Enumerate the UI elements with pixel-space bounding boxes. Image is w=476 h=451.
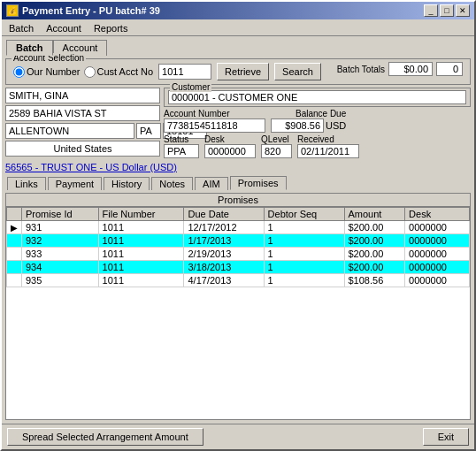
cell-amount: $200.00 bbox=[344, 234, 405, 248]
account-number-field[interactable] bbox=[164, 118, 265, 133]
table-row[interactable]: ▶ 931 1011 12/17/2012 1 $200.00 0000000 bbox=[7, 221, 470, 234]
row-indicator bbox=[7, 274, 22, 287]
sub-tab-promises[interactable]: Promises bbox=[230, 176, 287, 190]
desk-field[interactable] bbox=[204, 144, 256, 158]
status-block: Status bbox=[164, 134, 199, 158]
window-icon: 💰 bbox=[6, 4, 19, 17]
col-due-date: Due Date bbox=[184, 208, 264, 221]
radio-group: Our Number Cust Acct No bbox=[13, 66, 153, 78]
customer-group-label: Customer bbox=[170, 82, 211, 92]
customer-name-input[interactable] bbox=[5, 88, 160, 103]
batch-count: 0 bbox=[436, 62, 463, 76]
qlevel-label: QLevel bbox=[261, 134, 292, 144]
spread-button[interactable]: Spread Selected Arrangement Amount bbox=[7, 428, 203, 446]
cell-file-number: 1011 bbox=[98, 234, 184, 248]
col-debtor-seq: Debtor Seq bbox=[264, 208, 344, 221]
search-button[interactable]: Search bbox=[274, 63, 321, 80]
state-input[interactable] bbox=[136, 123, 161, 139]
city-input[interactable] bbox=[5, 123, 134, 139]
cell-desk: 0000000 bbox=[405, 261, 470, 274]
table-row[interactable]: 935 1011 4/17/2013 1 $108.56 0000000 bbox=[7, 274, 470, 287]
title-bar-left: 💰 Payment Entry - PU batch# 39 bbox=[6, 4, 160, 17]
minimize-button[interactable]: _ bbox=[424, 4, 438, 17]
cust-acct-radio[interactable] bbox=[84, 66, 96, 78]
our-number-radio-label[interactable]: Our Number bbox=[13, 66, 81, 78]
main-tab-bar: Batch Account bbox=[2, 36, 474, 55]
cell-debtor-seq: 1 bbox=[264, 248, 344, 261]
tab-batch[interactable]: Batch bbox=[6, 40, 53, 56]
table-header-row: Promise Id File Number Due Date Debtor S… bbox=[7, 208, 470, 221]
table-row[interactable]: 933 1011 2/19/2013 1 $200.00 0000000 bbox=[7, 248, 470, 261]
col-desk: Desk bbox=[405, 208, 470, 221]
account-number-block: Account Number bbox=[164, 109, 265, 133]
table-row[interactable]: 932 1011 1/17/2013 1 $200.00 0000000 bbox=[7, 234, 470, 248]
cell-promise-id: 935 bbox=[22, 274, 99, 287]
cust-acct-radio-label[interactable]: Cust Acct No bbox=[84, 66, 154, 78]
qlevel-block: QLevel bbox=[261, 134, 292, 158]
address1-input[interactable] bbox=[5, 105, 160, 121]
menu-account[interactable]: Account bbox=[41, 21, 87, 35]
cell-desk: 0000000 bbox=[405, 234, 470, 248]
cell-due-date: 2/19/2013 bbox=[184, 248, 264, 261]
desk-label: Desk bbox=[204, 134, 256, 144]
cell-file-number: 1011 bbox=[98, 261, 184, 274]
sub-tab-notes[interactable]: Notes bbox=[151, 177, 193, 190]
table-row[interactable]: 934 1011 3/18/2013 1 $200.00 0000000 bbox=[7, 261, 470, 274]
account-number-input[interactable] bbox=[158, 64, 211, 80]
batch-totals-area: Batch Totals $0.00 0 bbox=[337, 62, 463, 76]
exit-button[interactable]: Exit bbox=[423, 428, 469, 446]
our-number-radio[interactable] bbox=[13, 66, 25, 78]
cell-amount: $200.00 bbox=[344, 261, 405, 274]
sub-tab-links[interactable]: Links bbox=[7, 177, 46, 190]
menu-batch[interactable]: Batch bbox=[4, 21, 39, 35]
menu-reports[interactable]: Reports bbox=[88, 21, 134, 35]
account-selection-group: Account Selection Our Number Cust Acct N… bbox=[5, 58, 471, 85]
city-state-zip-row bbox=[5, 123, 160, 139]
customer-info: Customer Account Number Balance Due USD bbox=[164, 88, 471, 158]
balance-due-block: Balance Due USD bbox=[271, 109, 346, 133]
bottom-bar: Spread Selected Arrangement Amount Exit bbox=[2, 424, 474, 449]
cell-promise-id: 933 bbox=[22, 248, 99, 261]
content-area: Account Selection Our Number Cust Acct N… bbox=[2, 55, 474, 424]
cell-promise-id: 931 bbox=[22, 221, 99, 234]
sub-tab-payment[interactable]: Payment bbox=[48, 177, 102, 190]
country-input[interactable] bbox=[5, 141, 160, 157]
balance-due-row: USD bbox=[271, 118, 346, 133]
status-label: Status bbox=[164, 134, 199, 144]
cell-due-date: 3/18/2013 bbox=[184, 261, 264, 274]
usd-label: USD bbox=[326, 120, 346, 131]
row-indicator bbox=[7, 248, 22, 261]
qlevel-field[interactable] bbox=[261, 144, 292, 158]
batch-totals-label: Batch Totals bbox=[337, 65, 385, 74]
sub-tab-aim[interactable]: AIM bbox=[195, 177, 228, 190]
close-button[interactable]: ✕ bbox=[456, 4, 470, 17]
promises-title: Promises bbox=[6, 194, 470, 207]
promises-table: Promise Id File Number Due Date Debtor S… bbox=[6, 207, 470, 287]
received-field[interactable] bbox=[297, 144, 359, 158]
account-link[interactable]: 56565 - TRUST ONE - US Dollar (USD) bbox=[5, 161, 471, 173]
title-buttons: _ □ ✕ bbox=[424, 4, 470, 17]
sub-tab-history[interactable]: History bbox=[104, 177, 150, 190]
our-number-label: Our Number bbox=[27, 66, 81, 77]
cell-debtor-seq: 1 bbox=[264, 274, 344, 287]
cell-promise-id: 934 bbox=[22, 261, 99, 274]
cell-due-date: 12/17/2012 bbox=[184, 221, 264, 234]
acct-balance-row: Account Number Balance Due USD bbox=[164, 109, 471, 133]
balance-due-field[interactable] bbox=[271, 118, 324, 133]
retrieve-button[interactable]: Retrieve bbox=[217, 63, 269, 80]
cell-amount: $200.00 bbox=[344, 248, 405, 261]
col-promise-id: Promise Id bbox=[22, 208, 99, 221]
customer-id-input[interactable] bbox=[168, 90, 466, 104]
maximize-button[interactable]: □ bbox=[440, 4, 454, 17]
status-field[interactable] bbox=[164, 144, 199, 158]
menu-bar: Batch Account Reports bbox=[2, 19, 474, 36]
table-container[interactable]: Promise Id File Number Due Date Debtor S… bbox=[6, 207, 470, 419]
promises-tbody: ▶ 931 1011 12/17/2012 1 $200.00 0000000 … bbox=[7, 221, 470, 287]
promises-container: Promises Promise Id File Number Due Date… bbox=[5, 193, 471, 420]
sub-tab-bar: Links Payment History Notes AIM Promises bbox=[5, 176, 471, 190]
batch-amount: $0.00 bbox=[388, 62, 433, 76]
address-block bbox=[5, 88, 160, 158]
cell-desk: 0000000 bbox=[405, 274, 470, 287]
cell-promise-id: 932 bbox=[22, 234, 99, 248]
cell-debtor-seq: 1 bbox=[264, 234, 344, 248]
